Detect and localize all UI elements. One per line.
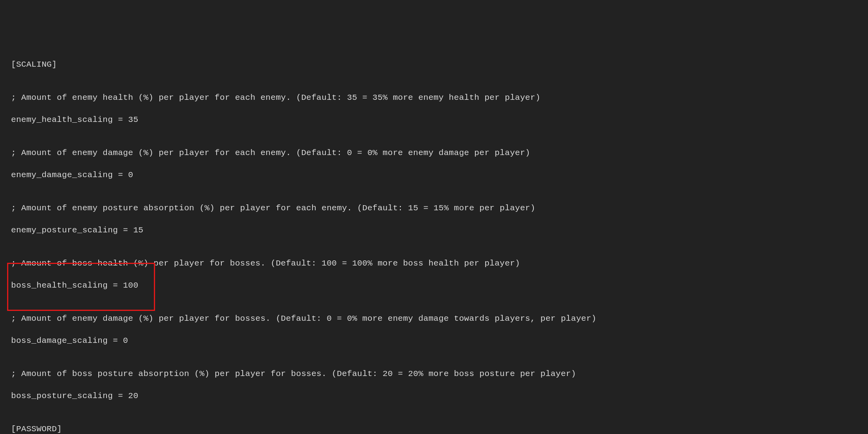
comment-boss-damage: ; Amount of enemy damage (%) per player … (11, 313, 857, 324)
section-header-scaling: [SCALING] (11, 59, 857, 70)
comment-enemy-health: ; Amount of enemy health (%) per player … (11, 92, 857, 103)
section-header-password: [PASSWORD] (11, 424, 857, 434)
setting-enemy-health-scaling: enemy_health_scaling = 35 (11, 114, 857, 125)
comment-enemy-damage: ; Amount of enemy damage (%) per player … (11, 148, 857, 159)
setting-enemy-damage-scaling: enemy_damage_scaling = 0 (11, 170, 857, 181)
comment-enemy-posture: ; Amount of enemy posture absorption (%)… (11, 203, 857, 214)
setting-boss-damage-scaling: boss_damage_scaling = 0 (11, 335, 857, 346)
setting-enemy-posture-scaling: enemy_posture_scaling = 15 (11, 225, 857, 236)
setting-boss-health-scaling: boss_health_scaling = 100 (11, 280, 857, 291)
setting-boss-posture-scaling: boss_posture_scaling = 20 (11, 391, 857, 402)
comment-boss-health: ; Amount of boss health (%) per player f… (11, 258, 857, 269)
comment-boss-posture: ; Amount of boss posture absorption (%) … (11, 369, 857, 380)
